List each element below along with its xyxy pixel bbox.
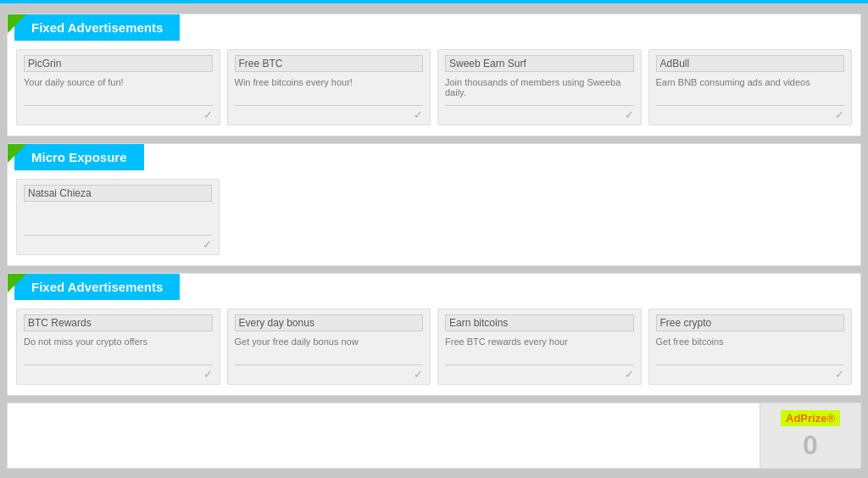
checkmark-icon: ✓	[203, 368, 213, 381]
checkmark-icon: ✓	[625, 368, 634, 381]
ad-card[interactable]: BTC RewardsDo not miss your crypto offer…	[16, 308, 220, 385]
ad-card[interactable]: Free cryptoGet free bitcoins✓	[648, 308, 853, 385]
checkmark-icon: ✓	[414, 108, 423, 121]
ad-card[interactable]: AdBullEarn BNB consuming ads and videos✓	[648, 49, 853, 125]
ad-title: PicGrin	[24, 55, 213, 72]
green-corner-3	[8, 274, 26, 292]
ad-desc: Win free bitcoins every hour!	[235, 75, 424, 102]
ad-card[interactable]: PicGrinYour daily source of fun!✓	[16, 49, 220, 125]
section1-header: Fixed Advertisements	[8, 14, 860, 41]
checkmark-icon: ✓	[835, 108, 844, 121]
ad-card[interactable]: Every day bonusGet your free daily bonus…	[227, 308, 431, 385]
section2-card: Micro Exposure Natsai Chieza✓	[7, 143, 861, 266]
ad-desc: Earn BNB consuming ads and videos	[656, 75, 845, 102]
ad-desc: Your daily source of fun!	[24, 75, 213, 102]
section1-card: Fixed Advertisements PicGrinYour daily s…	[7, 14, 861, 136]
adprize-text: AdPrize	[786, 412, 826, 425]
section3-title: Fixed Advertisements	[14, 274, 180, 300]
adprize-label: AdPrize®	[781, 410, 840, 426]
ad-title: AdBull	[656, 55, 845, 72]
checkmark-icon: ✓	[203, 238, 212, 251]
ad-footer: ✓	[445, 364, 634, 381]
ad-title: Every day bonus	[235, 314, 424, 331]
ad-card[interactable]: Sweeb Earn SurfJoin thousands of members…	[437, 49, 642, 125]
ad-title: Free crypto	[656, 314, 845, 331]
ad-footer: ✓	[656, 105, 845, 121]
green-corner-2	[8, 144, 26, 163]
ad-title: Sweeb Earn Surf	[445, 55, 634, 72]
ad-footer: ✓	[24, 235, 212, 251]
checkmark-icon: ✓	[414, 368, 423, 381]
bottom-bar-left	[8, 403, 760, 468]
checkmark-icon: ✓	[835, 368, 844, 381]
ad-title: Natsai Chieza	[24, 185, 212, 202]
section3-ads-grid: BTC RewardsDo not miss your crypto offer…	[8, 308, 860, 388]
ad-footer: ✓	[24, 105, 213, 121]
ad-footer: ✓	[445, 105, 634, 121]
adprize-value: 0	[803, 430, 818, 461]
green-corner-1	[8, 14, 26, 33]
section2-header: Micro Exposure	[8, 144, 860, 170]
section1-ads-grid: PicGrinYour daily source of fun!✓Free BT…	[8, 49, 860, 129]
ad-card[interactable]: Earn bitcoinsFree BTC rewards every hour…	[437, 308, 642, 385]
ad-title: Earn bitcoins	[445, 314, 634, 331]
bottom-bar: AdPrize® 0	[7, 403, 861, 469]
section2-title: Micro Exposure	[14, 144, 144, 170]
ad-footer: ✓	[235, 105, 424, 121]
section2-ads-grid: Natsai Chieza✓	[8, 179, 228, 258]
page-wrapper: Fixed Advertisements PicGrinYour daily s…	[0, 7, 868, 475]
checkmark-icon: ✓	[203, 108, 213, 121]
ad-desc: Free BTC rewards every hour	[445, 335, 634, 361]
ad-footer: ✓	[24, 364, 213, 381]
ad-desc: Do not miss your crypto offers	[24, 335, 213, 361]
section3-header: Fixed Advertisements	[8, 274, 860, 300]
checkmark-icon: ✓	[625, 108, 634, 121]
section3-card: Fixed Advertisements BTC RewardsDo not m…	[7, 273, 861, 396]
ad-desc	[24, 205, 212, 231]
section1-title: Fixed Advertisements	[14, 14, 180, 41]
adprize-trademark: ®	[826, 412, 835, 425]
ad-title: Free BTC	[235, 55, 424, 72]
ad-footer: ✓	[656, 364, 845, 381]
ad-footer: ✓	[235, 364, 424, 381]
ad-desc: Get your free daily bonus now	[235, 335, 424, 361]
ad-desc: Get free bitcoins	[656, 335, 845, 361]
adprize-box: AdPrize® 0	[760, 403, 860, 468]
ad-desc: Join thousands of members using Sweeba d…	[445, 75, 634, 102]
ad-card[interactable]: Natsai Chieza✓	[16, 179, 220, 255]
top-bar	[0, 0, 868, 3]
ad-card[interactable]: Free BTCWin free bitcoins every hour!✓	[227, 49, 431, 125]
ad-title: BTC Rewards	[24, 314, 213, 331]
